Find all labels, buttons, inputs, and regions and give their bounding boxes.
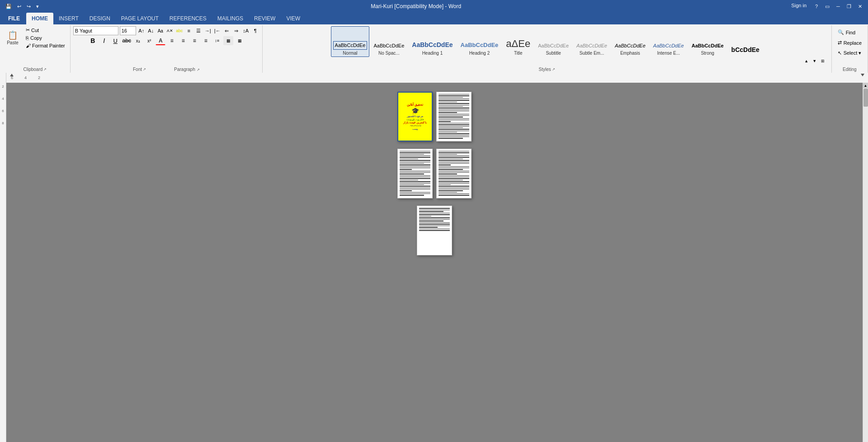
- borders-button[interactable]: ▦: [235, 36, 245, 45]
- text-line: [439, 160, 469, 160]
- outdent-button[interactable]: |←: [213, 27, 222, 35]
- text-highlight-button[interactable]: abc: [175, 27, 184, 35]
- tab-view[interactable]: VIEW: [281, 13, 306, 24]
- scroll-track[interactable]: [863, 88, 868, 442]
- change-case-button[interactable]: Aa: [156, 27, 165, 35]
- italic-button[interactable]: I: [99, 36, 109, 45]
- strikethrough-button[interactable]: abc: [122, 36, 132, 45]
- subscript-button[interactable]: x₂: [133, 36, 143, 45]
- minimize-button[interactable]: ─: [834, 3, 843, 10]
- align-right-button[interactable]: ≡: [189, 36, 199, 45]
- select-button[interactable]: ↖ Select ▾: [835, 49, 865, 57]
- clipboard-right: ✂ Cut ⎘ Copy 🖌 Format Painter: [24, 26, 67, 49]
- undo-button[interactable]: ↩: [15, 3, 23, 10]
- styles-scroll-down-button[interactable]: ▼: [811, 57, 819, 65]
- justify-button[interactable]: ≡: [201, 36, 211, 45]
- tab-references[interactable]: REFERENCES: [164, 13, 212, 24]
- tab-insert[interactable]: INSERT: [53, 13, 84, 24]
- style-no-spacing[interactable]: AaBbCcDdEe No Spac...: [370, 26, 408, 57]
- help-button[interactable]: ?: [812, 3, 821, 10]
- paragraph-group-label-inline[interactable]: Paragraph ↗: [174, 67, 199, 72]
- style-subtle-em[interactable]: AaBbCcDdEe Subtle Em...: [573, 26, 611, 57]
- scrollbar[interactable]: ▲ ▼: [863, 83, 868, 442]
- styles-expand-icon: ↗: [552, 67, 555, 71]
- styles-expand-button[interactable]: ⊞: [819, 57, 827, 65]
- indent-button[interactable]: →|: [204, 27, 212, 35]
- style-heading1[interactable]: AaBbCcDdEe Heading 1: [408, 26, 456, 57]
- style-emphasis[interactable]: AaBbCcDdEe Emphasis: [611, 26, 649, 57]
- quick-access-buttons: 💾 ↩ ↪ ▾: [4, 3, 41, 10]
- font-size-increase-button[interactable]: A↑: [137, 27, 146, 35]
- shading-button[interactable]: ▩: [223, 36, 233, 45]
- style-subtle-em-preview: AaBbCcDdEe: [575, 42, 609, 50]
- text-line: [439, 152, 469, 153]
- styles-list: AaBbCcDdEe Normal AaBbCcDdEe No Spac... …: [331, 26, 763, 57]
- font-name-input[interactable]: [73, 26, 118, 35]
- text-line: [439, 163, 469, 164]
- paste-button[interactable]: 📋 Paste: [3, 26, 23, 50]
- font-size-decrease-button[interactable]: A↓: [147, 27, 155, 35]
- clipboard-group-label[interactable]: Clipboard ↗: [3, 66, 67, 73]
- replace-button[interactable]: ⇄ Replace: [835, 38, 865, 47]
- format-painter-button[interactable]: 🖌 Format Painter: [24, 42, 67, 49]
- styles-group-label[interactable]: Styles ↗: [265, 66, 829, 73]
- scroll-thumb[interactable]: [863, 89, 868, 107]
- style-title[interactable]: aΔEe Title: [502, 26, 534, 57]
- tab-mailings[interactable]: MAILINGS: [212, 13, 249, 24]
- select-icon: ↖: [838, 50, 842, 56]
- align-center-button[interactable]: ≡: [178, 36, 188, 45]
- bold-button[interactable]: B: [88, 36, 98, 45]
- ribbon-display-button[interactable]: ▭: [823, 3, 832, 10]
- redo-button[interactable]: ↪: [25, 3, 33, 10]
- ltr-button[interactable]: ⇒: [232, 27, 241, 35]
- style-heading2[interactable]: AaBbCcDdEe Heading 2: [457, 26, 502, 57]
- style-bccdee[interactable]: bCcDdEe: [728, 26, 763, 57]
- customize-qa-button[interactable]: ▾: [34, 3, 41, 10]
- close-button[interactable]: ✕: [855, 3, 864, 10]
- text-line: [439, 188, 469, 188]
- font-size-input[interactable]: [120, 26, 136, 35]
- find-button[interactable]: 🔍 Find: [835, 28, 865, 37]
- tab-home[interactable]: HOME: [26, 13, 53, 24]
- superscript-button[interactable]: x²: [144, 36, 154, 45]
- tab-page-layout[interactable]: PAGE LAYOUT: [116, 13, 164, 24]
- styles-scroll-up-button[interactable]: ▲: [802, 57, 811, 65]
- text-line: [419, 227, 438, 228]
- tab-design[interactable]: DESIGN: [84, 13, 116, 24]
- rtl-button[interactable]: ⇐: [223, 27, 231, 35]
- align-left-button[interactable]: ≡: [167, 36, 177, 45]
- style-strong[interactable]: AaBbCcDdEe Strong: [688, 26, 727, 57]
- save-button[interactable]: 💾: [4, 3, 14, 10]
- list2-button[interactable]: ☰: [194, 27, 203, 35]
- line-spacing-button[interactable]: ↕≡: [212, 36, 222, 45]
- copy-button[interactable]: ⎘ Copy: [24, 34, 67, 42]
- text-line: [419, 219, 450, 220]
- style-intense-e[interactable]: AaBbCcDdEe Intense E...: [650, 26, 688, 57]
- font-color-button[interactable]: A: [156, 36, 165, 45]
- font-group-label[interactable]: Font ↗ Paragraph ↗: [73, 66, 259, 73]
- show-para-button[interactable]: ¶: [251, 27, 259, 35]
- tab-file[interactable]: FILE: [2, 13, 26, 24]
- document-scroll-area[interactable]: تحقیق آنلاین 🎓 مرجع دانلسبور فایل ورد، پ…: [6, 83, 863, 442]
- underline-button[interactable]: U: [110, 36, 120, 45]
- v-ruler-6: 6: [2, 109, 4, 113]
- sort-button[interactable]: ↕A: [242, 27, 250, 35]
- text-line: [400, 155, 430, 156]
- text-line: [400, 195, 424, 195]
- restore-button[interactable]: ❐: [844, 3, 854, 10]
- style-subtitle[interactable]: AaBbCcDdEe Subtitle: [534, 26, 572, 57]
- scroll-up-arrow[interactable]: ▲: [863, 83, 868, 88]
- text-line: [439, 133, 469, 134]
- style-intense-e-name: Intense E...: [657, 51, 680, 56]
- list-button[interactable]: ≡: [185, 27, 193, 35]
- tab-review[interactable]: REVIEW: [249, 13, 281, 24]
- text-line: [400, 160, 430, 160]
- style-normal[interactable]: AaBbCcDdEe Normal: [331, 26, 370, 57]
- text-line: [419, 213, 450, 214]
- replace-label: Replace: [844, 40, 862, 46]
- text-line: [439, 171, 469, 171]
- text-line: [419, 226, 450, 226]
- cut-button[interactable]: ✂ Cut: [24, 26, 67, 34]
- sign-in-label[interactable]: Sign in: [791, 3, 807, 10]
- clear-formatting-button[interactable]: A✕: [166, 27, 174, 35]
